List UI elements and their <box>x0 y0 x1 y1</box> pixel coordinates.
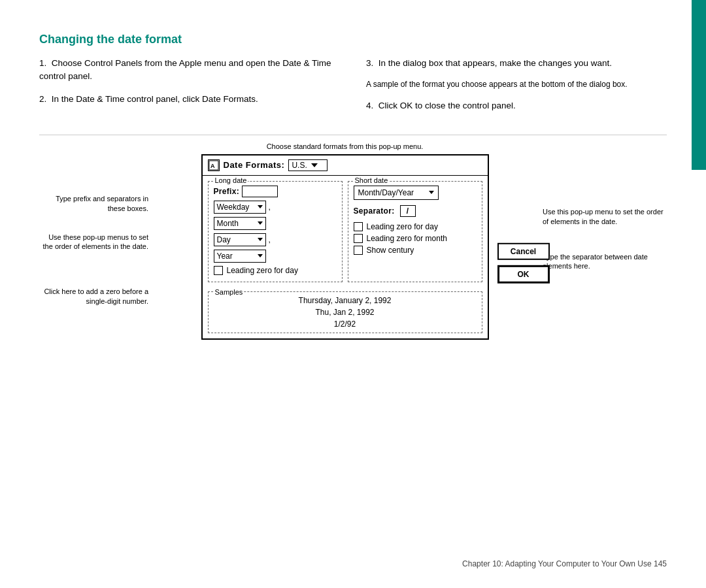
leading-zero-month-label: Leading zero for month <box>367 234 447 243</box>
show-century-row: Show century <box>354 246 477 255</box>
page-container: Changing the date format 1. Choose Contr… <box>0 0 706 588</box>
step4-text: 4. Click OK to close the control panel. <box>366 99 667 112</box>
day-row: Day , <box>214 233 337 246</box>
footer: Chapter 10: Adapting Your Computer to Yo… <box>462 559 667 568</box>
step2-text: 2. In the Date & Time control panel, cli… <box>39 93 340 106</box>
month-arrow-icon <box>258 221 263 225</box>
short-date-label: Short date <box>354 176 390 184</box>
month-day-year-row: Month/Day/Year <box>354 186 477 200</box>
dialog-section-wrapper: Type prefix and separators in these boxe… <box>39 142 667 339</box>
left-annotations: Type prefix and separators in these boxe… <box>39 142 154 339</box>
ok-button[interactable]: OK <box>497 265 550 283</box>
step3-text: 3. In the dialog box that appears, make … <box>366 57 667 70</box>
dialog-body: Long date Prefix: Weekday , <box>203 176 488 287</box>
top-annotation: Choose standard formats from this pop-up… <box>154 142 536 151</box>
samples-section: Samples Thursday, January 2, 1992 Thu, J… <box>208 291 482 333</box>
dialog-center: Choose standard formats from this pop-up… <box>154 142 536 339</box>
weekday-arrow-icon <box>258 205 263 208</box>
svg-text:A: A <box>210 163 215 169</box>
month-dropdown[interactable]: Month <box>214 217 266 230</box>
separator-row: Separator: / <box>354 205 477 217</box>
prefix-label: Prefix: <box>214 187 239 196</box>
samples-label: Samples <box>214 287 244 298</box>
year-row: Year <box>214 250 337 263</box>
year-arrow-icon <box>258 254 263 257</box>
ann-use-popups-long: Use these pop-up menus to set the order … <box>39 233 148 252</box>
dialog-buttons: Cancel OK <box>497 242 550 283</box>
leading-zero-day-row: Leading zero for day <box>354 222 477 231</box>
step1-text: 1. Choose Control Panels from the Apple … <box>39 57 340 84</box>
sidebar-accent <box>692 0 706 170</box>
day-comma: , <box>269 235 271 244</box>
leading-zero-long-label: Leading zero for day <box>227 266 298 275</box>
month-row: Month <box>214 217 337 230</box>
day-arrow-icon <box>258 238 263 241</box>
separator-input[interactable]: / <box>400 205 416 217</box>
section-title: Changing the date format <box>39 33 667 46</box>
right-col: 3. In the dialog box that appears, make … <box>360 57 667 122</box>
leading-zero-month-row: Leading zero for month <box>354 234 477 243</box>
leading-zero-day-checkbox[interactable] <box>354 222 363 231</box>
ann-type-prefix: Type prefix and separators in these boxe… <box>39 194 148 213</box>
dialog-title-text: Date Formats: <box>224 160 285 170</box>
show-century-label: Show century <box>367 246 414 255</box>
month-day-year-dropdown[interactable]: Month/Day/Year <box>354 186 439 200</box>
dialog-icon: A <box>208 159 220 171</box>
right-annotations: Use this pop-up menu to set the order of… <box>536 142 667 339</box>
dialog-title-bar: A Date Formats: U.S. <box>203 155 488 176</box>
long-date-section: Long date Prefix: Weekday , <box>208 181 343 282</box>
long-date-label: Long date <box>214 176 248 184</box>
format-select[interactable]: U.S. <box>288 159 328 171</box>
weekday-comma: , <box>269 203 271 212</box>
year-dropdown[interactable]: Year <box>214 250 266 263</box>
day-dropdown[interactable]: Day <box>214 233 266 246</box>
sample3: 1/2/92 <box>214 318 477 330</box>
weekday-row: Weekday , <box>214 201 337 214</box>
prefix-row: Prefix: <box>214 186 337 197</box>
dialog-box: A Date Formats: U.S. Long date <box>201 154 489 340</box>
show-century-checkbox[interactable] <box>354 246 363 255</box>
content-top: 1. Choose Control Panels from the Apple … <box>39 57 667 122</box>
left-col: 1. Choose Control Panels from the Apple … <box>39 57 346 122</box>
sample-note: A sample of the format you choose appear… <box>366 79 667 90</box>
ann-type-separator: Type the separator between date elements… <box>543 252 667 271</box>
leading-zero-long-checkbox[interactable] <box>214 266 223 275</box>
format-arrow-icon <box>311 163 318 167</box>
ann-click-leading: Click here to add a zero before a single… <box>39 287 148 306</box>
prefix-input[interactable] <box>242 186 278 197</box>
leading-zero-long-row: Leading zero for day <box>214 266 337 275</box>
short-date-section: Short date Month/Day/Year Separator: <box>348 181 482 282</box>
leading-zero-month-checkbox[interactable] <box>354 234 363 243</box>
cancel-button[interactable]: Cancel <box>497 242 550 259</box>
leading-zero-day-label: Leading zero for day <box>367 222 438 231</box>
ann-use-popup-short: Use this pop-up menu to set the order of… <box>543 207 667 226</box>
sample1: Thursday, January 2, 1992 <box>214 295 477 306</box>
separator-label: Separator: <box>354 206 395 216</box>
sample2: Thu, Jan 2, 1992 <box>214 306 477 318</box>
weekday-dropdown[interactable]: Weekday <box>214 201 266 214</box>
mdy-arrow-icon <box>429 191 434 194</box>
